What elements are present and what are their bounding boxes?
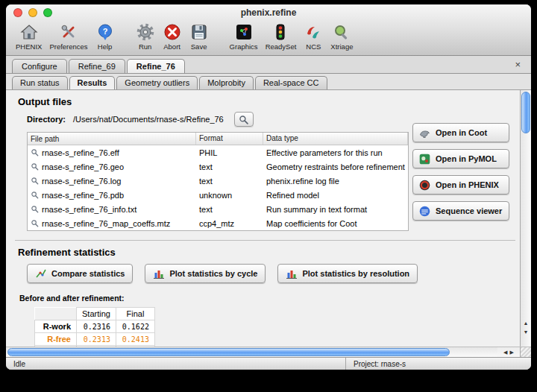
file-name: rnase-s_refine_76_map_coeffs.mtz: [42, 219, 170, 228]
refinement-stats-table: Starting Final R-work 0.2316 0.1622 R-fr…: [34, 307, 155, 347]
bar-chart-icon: [286, 268, 298, 279]
minimize-window-button[interactable]: [28, 8, 37, 17]
scroll-right-arrow[interactable]: ▶: [510, 348, 514, 356]
results-panel: Output files Directory: /Users/nat/Docum…: [6, 90, 520, 347]
coot-bird-icon: [418, 127, 431, 139]
scroll-down-arrow[interactable]: ▼: [521, 328, 531, 336]
compare-statistics-button[interactable]: Compare statistics: [27, 264, 133, 283]
subtab-run-status[interactable]: Run status: [12, 76, 68, 89]
column-header-format[interactable]: Format: [196, 133, 263, 145]
file-data-type: Map coefficients for Coot: [263, 219, 408, 228]
file-format: PHIL: [196, 148, 263, 157]
help-icon: ?: [95, 22, 115, 42]
column-header-final: Final: [116, 308, 154, 320]
resize-grip[interactable]: [520, 347, 531, 357]
directory-label: Directory:: [27, 115, 66, 124]
open-in-pymol-button[interactable]: Open in PyMOL: [412, 149, 509, 168]
toolbar-button-abort[interactable]: Abort: [159, 22, 186, 51]
titlebar: phenix.refine: [6, 4, 531, 21]
toolbar-button-help[interactable]: ? Help: [92, 22, 119, 51]
open-in-actions: Open in Coot Open in PyMOL Open in PHENI…: [412, 123, 509, 221]
stat-starting-value: 0.2316: [77, 320, 116, 333]
toolbar-button-ncs[interactable]: NCS: [300, 22, 327, 51]
toolbar-label: Run: [139, 42, 151, 51]
column-header-file-path[interactable]: File path: [28, 133, 196, 145]
refinement-statistics-heading: Refinement statistics: [18, 247, 517, 258]
close-window-button[interactable]: [13, 8, 22, 17]
phenix-home-icon: [19, 22, 39, 42]
plot-statistics-by-resolution-button[interactable]: Plot statistics by resolution: [277, 264, 418, 283]
file-row[interactable]: rnase-s_refine_76.log text phenix.refine…: [28, 174, 408, 188]
vertical-scrollbar-thumb[interactable]: [521, 92, 530, 133]
graphics-molecule-icon: [234, 22, 254, 42]
run-gear-icon: [136, 22, 155, 42]
window-chrome: phenix.refine PHENIX Preferences ? Help: [6, 4, 531, 56]
preferences-tools-icon: [59, 22, 78, 42]
toolbar-button-phenix[interactable]: PHENIX: [12, 22, 45, 51]
action-label: Open in PyMOL: [436, 154, 497, 163]
file-format: unknown: [196, 191, 263, 200]
close-tab-button[interactable]: ×: [515, 59, 525, 73]
file-row[interactable]: rnase-s_refine_76_info.txt text Run summ…: [28, 202, 408, 216]
stat-final-value: 0.2413: [116, 333, 154, 346]
file-data-type: Refined model: [263, 191, 408, 200]
toolbar-button-save[interactable]: Save: [186, 22, 213, 51]
column-header-starting: Starting: [77, 308, 116, 320]
magnifier-icon: [31, 219, 39, 227]
save-disk-icon: [189, 22, 209, 42]
tab-refine-69[interactable]: Refine_69: [69, 59, 125, 73]
sequence-viewer-button[interactable]: Sequence viewer: [412, 201, 509, 221]
scroll-left-arrow[interactable]: ◀: [503, 348, 507, 356]
result-tab-bar: Run status Results Geometry outliers Mol…: [6, 74, 531, 90]
zoom-window-button[interactable]: [43, 8, 52, 17]
output-files-heading: Output files: [18, 96, 517, 107]
magnifier-icon: [31, 191, 39, 199]
toolbar-label: ReadySet: [266, 42, 297, 51]
action-label: Open in Coot: [436, 128, 487, 137]
button-label: Compare statistics: [51, 269, 125, 278]
output-files-table: File path Format Data type rnase-s_refin…: [27, 132, 409, 231]
file-row[interactable]: rnase-s_refine_76.geo text Geometry rest…: [28, 159, 408, 174]
toolbar-button-xtriage[interactable]: Xtriage: [327, 22, 357, 51]
stats-row-r-free: R-free 0.2313 0.2413: [35, 333, 155, 346]
svg-text:?: ?: [102, 27, 107, 36]
toolbar-button-run[interactable]: Run: [132, 22, 159, 51]
plot-statistics-by-cycle-button[interactable]: Plot statistics by cycle: [145, 264, 266, 283]
toolbar-button-preferences[interactable]: Preferences: [45, 22, 91, 51]
subtab-molprobity[interactable]: Molprobity: [199, 76, 254, 89]
scroll-up-arrow[interactable]: ▲: [521, 319, 531, 327]
job-tab-bar: Configure Refine_69 Refine_76 ×: [6, 56, 531, 74]
file-row[interactable]: rnase-s_refine_76.eff PHIL Effective par…: [28, 145, 408, 159]
button-label: Plot statistics by cycle: [169, 269, 257, 278]
vertical-scrollbar[interactable]: ▲ ▼: [520, 90, 531, 347]
toolbar-button-graphics[interactable]: Graphics: [226, 22, 262, 51]
toolbar-label: Save: [191, 42, 207, 51]
abort-icon: [163, 22, 182, 42]
file-row[interactable]: rnase-s_refine_76.pdb unknown Refined mo…: [28, 188, 408, 202]
button-label: Plot statistics by resolution: [302, 269, 409, 278]
magnifier-icon: [239, 115, 248, 124]
browse-directory-button[interactable]: [234, 112, 254, 127]
column-header-data-type[interactable]: Data type: [263, 133, 408, 145]
app-window: phenix.refine PHENIX Preferences ? Help: [6, 4, 531, 370]
window-title: phenix.refine: [6, 4, 531, 21]
file-name: rnase-s_refine_76.pdb: [42, 191, 124, 200]
subtab-geometry-outliers[interactable]: Geometry outliers: [116, 76, 198, 89]
open-in-coot-button[interactable]: Open in Coot: [412, 123, 509, 142]
stat-starting-value: 0.028: [77, 346, 116, 347]
open-in-phenix-button[interactable]: Open in PHENIX: [412, 175, 509, 195]
horizontal-scrollbar-thumb[interactable]: [7, 348, 450, 356]
subtab-results[interactable]: Results: [69, 76, 116, 89]
stats-header-row: Starting Final: [35, 308, 155, 320]
file-data-type: Geometry restraints before refinement: [263, 162, 408, 171]
tab-refine-76[interactable]: Refine_76: [127, 59, 185, 73]
stat-final-value: 0.1622: [116, 320, 154, 333]
stat-label: Bonds: [35, 346, 77, 347]
horizontal-scrollbar[interactable]: [6, 347, 497, 357]
subtab-real-space-cc[interactable]: Real-space CC: [255, 76, 327, 89]
tab-configure[interactable]: Configure: [12, 59, 67, 73]
toolbar-button-readyset[interactable]: ReadySet: [262, 22, 301, 51]
status-bar: Idle Project: rnase-s: [6, 357, 531, 370]
file-row[interactable]: rnase-s_refine_76_map_coeffs.mtz ccp4_mt…: [28, 216, 408, 230]
before-after-label: Before and after refinement:: [19, 294, 517, 303]
